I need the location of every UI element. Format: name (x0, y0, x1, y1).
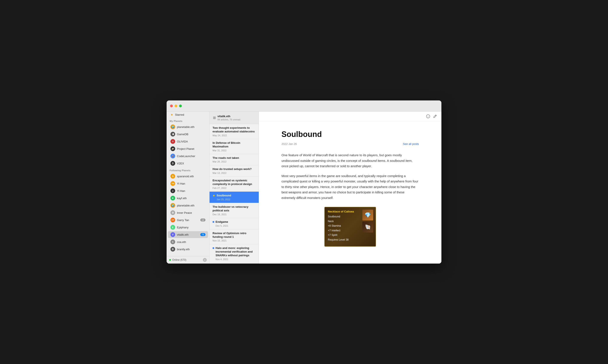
sidebar-item-v2ex[interactable]: D V2EX (168, 160, 208, 167)
planet-name: OLIVIDA (177, 140, 188, 143)
article-item[interactable]: Halo and more: exploring incremental ver… (210, 244, 259, 263)
avatar-garrytan: GT (171, 218, 175, 222)
sidebar-item-brantly[interactable]: B brantly.eth (168, 246, 208, 253)
article-date: Mar 31, 2022 (212, 149, 256, 152)
online-label: Online (670) (172, 259, 186, 261)
article-title: Two thought experiments to evaluate auto… (212, 126, 256, 133)
articles-scroll[interactable]: Two thought experiments to evaluate auto… (210, 124, 259, 263)
traffic-lights (170, 104, 182, 107)
article-title: Soulbound (217, 194, 231, 197)
sidebar-item-project-planet[interactable]: 🪐 Project Planet (168, 145, 208, 152)
article-date: Mar 13, 2022 (212, 172, 256, 174)
article-date: Jan 25, 2022 (217, 198, 231, 201)
article-date: Mar 28, 2022 (212, 160, 256, 163)
planet-name: planetable.eth (177, 125, 195, 129)
avatar-sparanoid: S (171, 174, 175, 179)
article-item[interactable]: How do trusted setups work? Mar 13, 2022 (210, 165, 259, 177)
avatar-olivida: O (171, 139, 175, 144)
avatar-yihan2: y (171, 188, 175, 193)
sidebar-item-planetable2[interactable]: 🌍 planetable.eth (168, 202, 208, 209)
star-icon: ★ (171, 113, 173, 116)
add-planet-button[interactable]: + (203, 258, 207, 262)
sidebar-item-gamedb[interactable]: 🖥 GameDB (168, 131, 208, 138)
article-date: May 24, 2022 (212, 134, 256, 137)
avatar-epiphany: E (171, 225, 175, 230)
sidebar-item-planetable[interactable]: 🌍 planetable.eth (168, 123, 208, 130)
article-item[interactable]: Endgame Dec 5, 2021 (210, 218, 259, 229)
sidebar-item-yihan2[interactable]: y Yi Han (168, 187, 208, 194)
online-indicator (169, 259, 171, 261)
article-title: The bulldozer vs vetocracy political axi… (212, 205, 256, 212)
grid-icon: ⊞ (213, 116, 216, 120)
avatar-gamedb: 🖥 (171, 132, 175, 136)
starred-icon: ★ (212, 194, 215, 197)
article-item[interactable]: Encapsulated vs systemic complexity in p… (210, 177, 259, 192)
avatar-planetable2: 🌍 (171, 203, 175, 208)
planet-name: kayf.eth (177, 197, 187, 200)
sidebar-item-sparanoid[interactable]: S sparanoid.eth (168, 173, 208, 180)
my-planets-label: My Planets (167, 118, 209, 123)
edit-button[interactable] (433, 114, 437, 118)
sidebar: ★ Starred My Planets 🌍 planetable.eth 🖥 … (167, 112, 210, 263)
content-area: i Soulbound 2022 Jan 26 See all posts (259, 112, 441, 263)
article-paragraph-1: One feature of World of Warcraft that is… (281, 152, 419, 169)
article-title: Review of Optimism retro funding round 1 (212, 232, 256, 239)
svg-text:i: i (428, 115, 428, 118)
wow-item-details: Soulbound Neck +8 Stamina +7 Intellect +… (328, 214, 372, 242)
sidebar-item-vitalik[interactable]: V vitalik.eth 76 (168, 231, 208, 238)
sidebar-item-epiphany[interactable]: E Epiphany (168, 224, 208, 231)
sidebar-item-olivida[interactable]: O OLIVIDA (168, 138, 208, 145)
sidebar-bottom: Online (670) + (167, 256, 209, 263)
planet-name: coa.eth (177, 240, 186, 244)
badge-garrytan: 12 (200, 219, 205, 221)
sidebar-item-starred[interactable]: ★ Starred (168, 112, 208, 117)
info-button[interactable]: i (426, 114, 430, 118)
article-date: Dec 5, 2021 (215, 224, 228, 227)
article-item[interactable]: Two thought experiments to evaluate auto… (210, 124, 259, 139)
feed-title: vitalik.eth (217, 115, 241, 118)
planet-name: planetable.eth (177, 204, 195, 207)
article-title: How do trusted setups work? (212, 167, 256, 171)
sidebar-item-yihan1[interactable]: YH Yi Han (168, 180, 208, 187)
article-meta-row: 2022 Jan 26 See all posts (281, 142, 419, 145)
titlebar (167, 101, 441, 112)
planet-name: sparanoid.eth (177, 175, 194, 178)
article-item-active[interactable]: ★ Soulbound Jan 25, 2022 (210, 192, 259, 203)
planet-name: Yi Han (177, 182, 185, 185)
avatar-vitalik: V (171, 232, 175, 237)
article-main-title: Soulbound (281, 130, 419, 139)
feed-subtitle: 84 articles, 76 unread. (217, 118, 241, 121)
close-button[interactable] (170, 104, 173, 107)
article-item[interactable]: Crypto Cities Oct 30, 2021 (210, 263, 259, 263)
see-all-posts-link[interactable]: See all posts (403, 142, 419, 145)
sidebar-item-coa[interactable]: C coa.eth (168, 238, 208, 245)
article-title: Endgame (215, 220, 228, 224)
sidebar-item-kayf[interactable]: K kayf.eth (168, 195, 208, 202)
fullscreen-button[interactable] (179, 104, 182, 107)
article-title: Halo and more: exploring incremental ver… (215, 246, 256, 257)
avatar-coa: C (171, 239, 175, 244)
article-title: In Defense of Bitcoin Maximalism (212, 141, 256, 149)
sidebar-item-innerpeace[interactable]: ☮ Inner Peace (168, 209, 208, 216)
article-date: Feb 27, 2022 (212, 187, 256, 189)
article-list: ⊞ vitalik.eth 84 articles, 76 unread. Tw… (210, 112, 259, 263)
article-image: Necklace of Calisea Soulbound Neck +8 St… (281, 207, 419, 247)
article-title: The roads not taken (212, 156, 256, 160)
article-item[interactable]: Review of Optimism retro funding round 1… (210, 229, 259, 245)
unread-dot (212, 221, 214, 223)
avatar-kayf: K (171, 196, 175, 200)
content-toolbar: i (259, 112, 441, 121)
sidebar-item-codelauncher[interactable]: 🚀 CodeLauncher (168, 153, 208, 159)
minimize-button[interactable] (174, 104, 177, 107)
badge-vitalik: 76 (200, 233, 205, 236)
content-body: Soulbound 2022 Jan 26 See all posts One … (269, 121, 432, 255)
planet-name: Epiphany (177, 226, 188, 229)
article-item[interactable]: In Defense of Bitcoin Maximalism Mar 31,… (210, 139, 259, 154)
following-planets-label: Following Planets (167, 167, 209, 173)
avatar-planetable: 🌍 (171, 125, 175, 129)
avatar-innerpeace: ☮ (171, 210, 175, 215)
avatar-v2ex: D (171, 161, 175, 166)
article-item[interactable]: The bulldozer vs vetocracy political axi… (210, 203, 259, 218)
article-item[interactable]: The roads not taken Mar 28, 2022 (210, 154, 259, 166)
sidebar-item-garrytan[interactable]: GT Garry Tan 12 (168, 217, 208, 223)
